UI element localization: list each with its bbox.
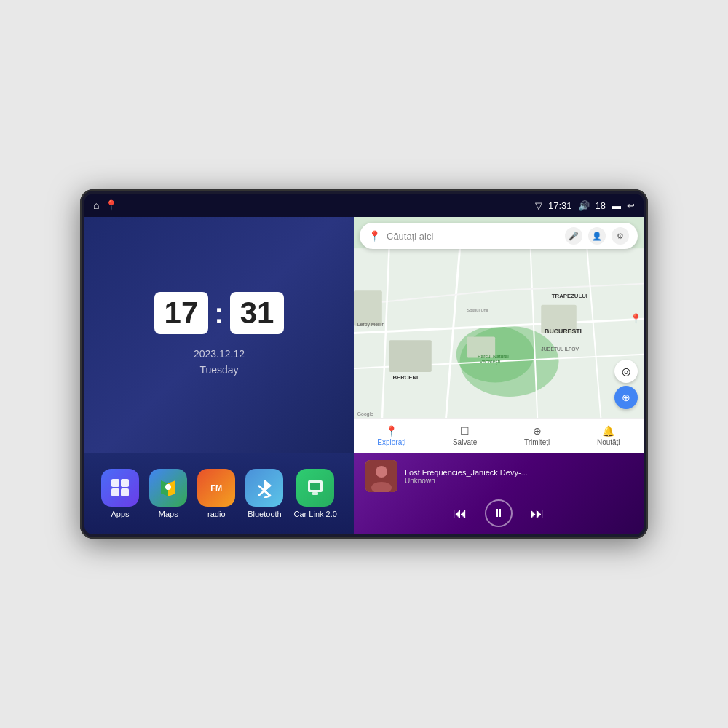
apps-bar: Apps Maps FM radio xyxy=(84,453,354,534)
send-icon: ⊕ xyxy=(533,425,542,437)
map-explore-tab[interactable]: 📍 Explorați xyxy=(377,425,405,446)
carlink-icon xyxy=(296,469,334,507)
compass-button[interactable]: ◎ xyxy=(614,360,638,383)
screen: ⌂ 📍 ▽ 17:31 🔊 18 ▬ ↩ 17 : 31 xyxy=(84,194,644,534)
svg-rect-27 xyxy=(111,488,119,496)
app-bluetooth[interactable]: Bluetooth xyxy=(245,469,283,518)
media-thumbnail xyxy=(365,460,397,492)
bluetooth-icon xyxy=(245,469,283,507)
map-compass-area: ◎ ⊕ xyxy=(614,360,638,409)
map-search-placeholder[interactable]: Căutați aici xyxy=(387,231,559,242)
media-panel: Lost Frequencies_Janieck Devy-... Unknow… xyxy=(354,453,644,534)
map-search-actions: 🎤 👤 ⚙ xyxy=(565,227,629,245)
apps-label: Apps xyxy=(111,510,130,518)
svg-text:Google: Google xyxy=(357,411,373,417)
maps-icon xyxy=(149,469,187,507)
map-bottom-bar: 📍 Explorați ☐ Salvate ⊕ Trimiteți 🔔 Nout… xyxy=(354,418,644,453)
saved-label: Salvate xyxy=(453,438,477,446)
clock-panel: 17 : 31 2023.12.12 Tuesday xyxy=(84,217,354,453)
account-icon[interactable]: 👤 xyxy=(588,227,606,245)
clock-date: 2023.12.12 Tuesday xyxy=(194,346,245,379)
back-icon[interactable]: ↩ xyxy=(627,200,635,211)
media-thumb-image xyxy=(365,460,397,492)
explore-icon: 📍 xyxy=(385,425,397,437)
send-label: Trimiteți xyxy=(524,438,550,446)
svg-text:Splaiul Unii: Splaiul Unii xyxy=(467,308,488,312)
map-send-tab[interactable]: ⊕ Trimiteți xyxy=(524,425,550,446)
maps-quick-icon[interactable]: 📍 xyxy=(105,199,117,211)
svg-text:TRAPEZULUI: TRAPEZULUI xyxy=(552,293,587,299)
svg-text:Leroy Merlin: Leroy Merlin xyxy=(357,322,385,328)
battery-level: 18 xyxy=(596,200,606,211)
main-content: 17 : 31 2023.12.12 Tuesday xyxy=(84,217,644,534)
svg-point-38 xyxy=(376,466,387,478)
clock-minute: 31 xyxy=(230,292,285,334)
status-bar: ⌂ 📍 ▽ 17:31 🔊 18 ▬ ↩ xyxy=(84,194,644,217)
app-maps[interactable]: Maps xyxy=(149,469,187,518)
maps-label: Maps xyxy=(159,510,178,518)
app-apps[interactable]: Apps xyxy=(101,469,139,518)
settings-icon[interactable]: ⚙ xyxy=(612,227,629,245)
media-info: Lost Frequencies_Janieck Devy-... Unknow… xyxy=(365,460,632,492)
bluetooth-label: Bluetooth xyxy=(248,510,281,518)
svg-rect-35 xyxy=(310,483,320,490)
media-controls: ⏮ ⏸ ⏭ xyxy=(365,499,632,527)
svg-rect-26 xyxy=(121,479,129,487)
volume-icon: 🔊 xyxy=(578,200,590,211)
location-button[interactable]: ⊕ xyxy=(614,386,638,409)
svg-rect-28 xyxy=(121,488,129,496)
svg-text:Parcul Natural: Parcul Natural xyxy=(478,354,509,359)
map-pin-icon: 📍 xyxy=(368,230,381,242)
home-icon[interactable]: ⌂ xyxy=(93,199,99,211)
radio-label: radio xyxy=(207,510,225,518)
svg-rect-13 xyxy=(389,340,432,372)
car-head-unit: ⌂ 📍 ▽ 17:31 🔊 18 ▬ ↩ 17 : 31 xyxy=(80,189,648,539)
prev-button[interactable]: ⏮ xyxy=(450,502,470,525)
svg-rect-14 xyxy=(354,290,382,326)
svg-text:JUDEȚUL ILFOV: JUDEȚUL ILFOV xyxy=(541,347,579,352)
svg-text:Văcărești: Văcărești xyxy=(480,359,501,365)
svg-text:BUCUREȘTI: BUCUREȘTI xyxy=(545,328,582,335)
status-right: ▽ 17:31 🔊 18 ▬ ↩ xyxy=(535,200,635,211)
status-time: 17:31 xyxy=(548,200,572,211)
carlink-label: Car Link 2.0 xyxy=(294,510,337,518)
next-button[interactable]: ⏭ xyxy=(527,502,547,525)
map-search-bar[interactable]: 📍 Căutați aici 🎤 👤 ⚙ xyxy=(360,223,638,249)
svg-point-32 xyxy=(165,484,171,490)
app-radio[interactable]: FM radio xyxy=(197,469,235,518)
svg-rect-25 xyxy=(111,479,119,487)
media-artist: Unknown xyxy=(405,477,632,485)
clock-colon: : xyxy=(214,298,223,328)
svg-text:BERCENI: BERCENI xyxy=(392,374,418,381)
svg-text:📍: 📍 xyxy=(630,313,642,325)
signal-icon: ▽ xyxy=(535,200,542,211)
map-news-tab[interactable]: 🔔 Noutăți xyxy=(597,425,620,446)
news-icon: 🔔 xyxy=(602,425,614,437)
app-carlink[interactable]: Car Link 2.0 xyxy=(294,469,337,518)
clock-hour: 17 xyxy=(154,292,209,334)
status-left: ⌂ 📍 xyxy=(93,199,117,211)
battery-icon: ▬ xyxy=(612,200,621,211)
clock-display: 17 : 31 xyxy=(154,292,285,334)
map-saved-tab[interactable]: ☐ Salvate xyxy=(453,425,477,446)
radio-icon: FM xyxy=(197,469,235,507)
map-panel[interactable]: TRAPEZULUI BUCUREȘTI JUDEȚUL ILFOV BERCE… xyxy=(354,217,644,453)
explore-label: Explorați xyxy=(377,438,405,446)
svg-rect-36 xyxy=(312,492,318,495)
apps-icon xyxy=(101,469,139,507)
media-title: Lost Frequencies_Janieck Devy-... xyxy=(405,468,632,477)
news-label: Noutăți xyxy=(597,438,620,446)
media-text: Lost Frequencies_Janieck Devy-... Unknow… xyxy=(405,468,632,485)
play-pause-button[interactable]: ⏸ xyxy=(485,499,513,527)
saved-icon: ☐ xyxy=(460,425,470,437)
mic-icon[interactable]: 🎤 xyxy=(565,227,582,245)
